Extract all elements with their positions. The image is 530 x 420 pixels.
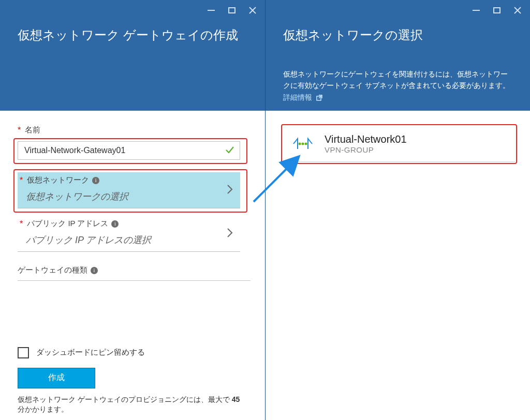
left-blade-title: 仮想ネットワーク ゲートウェイの作成 [18, 27, 247, 43]
right-blade-title: 仮想ネットワークの選択 [283, 27, 512, 43]
right-blade-header: 仮想ネットワークの選択 仮想ネットワークにゲートウェイを関連付けるには、仮想ネッ… [266, 0, 530, 111]
pin-dashboard-checkbox[interactable] [18, 347, 29, 358]
info-icon[interactable]: i [91, 267, 98, 274]
chevron-right-icon [227, 184, 233, 197]
svg-point-7 [302, 143, 304, 145]
maximize-icon[interactable] [226, 4, 238, 17]
more-info-link[interactable]: 詳細情報 [283, 93, 322, 101]
vnet-selector[interactable]: * 仮想ネットワーク i 仮想ネットワークの選択 [18, 172, 240, 208]
vnet-item-name: Virtual-Network01 [325, 133, 407, 145]
close-icon[interactable] [511, 4, 524, 17]
vnet-selector-placeholder: 仮想ネットワークの選択 [18, 190, 219, 203]
svg-point-8 [305, 143, 307, 145]
close-icon[interactable] [246, 4, 259, 17]
vnet-icon [291, 132, 314, 155]
svg-point-6 [299, 143, 301, 145]
minimize-icon[interactable] [470, 4, 482, 17]
vnet-item-group: VPN-GROUP [325, 145, 407, 154]
minimize-icon[interactable] [205, 4, 217, 17]
divider [18, 280, 251, 281]
info-icon[interactable]: i [92, 177, 99, 184]
create-button[interactable]: 作成 [18, 368, 95, 388]
vnet-highlight: * 仮想ネットワーク i 仮想ネットワークの選択 [13, 169, 247, 213]
chevron-right-icon [227, 228, 233, 240]
name-label: *名前 [18, 125, 255, 135]
gateway-type-label: ゲートウェイの種類 i [18, 265, 255, 275]
name-input[interactable] [18, 141, 240, 160]
vnet-item-highlight: Virtual-Network01 VPN-GROUP [281, 124, 517, 164]
svg-line-5 [319, 95, 322, 98]
public-ip-label: パブリック IP アドレス [27, 219, 108, 229]
vnet-list-item[interactable]: Virtual-Network01 VPN-GROUP [283, 126, 515, 162]
pin-dashboard-label: ダッシュボードにピン留めする [36, 348, 145, 357]
right-blade-description: 仮想ネットワークにゲートウェイを関連付けるには、仮想ネットワークに有効なゲートウ… [283, 68, 512, 104]
maximize-icon[interactable] [491, 4, 503, 17]
check-icon [225, 144, 235, 157]
public-ip-placeholder: パブリック IP アドレスの選択 [18, 234, 219, 246]
info-icon[interactable]: i [111, 220, 119, 228]
name-highlight [13, 138, 247, 164]
provisioning-note: 仮想ネットワーク ゲートウェイのプロビジョニングには、最大で 45 分かかります… [18, 395, 240, 415]
left-blade-header: 仮想ネットワーク ゲートウェイの作成 [0, 0, 265, 111]
vnet-selector-label: 仮想ネットワーク [27, 175, 89, 185]
external-link-icon [316, 93, 322, 104]
public-ip-selector[interactable]: * パブリック IP アドレス i パブリック IP アドレスの選択 [18, 216, 240, 252]
